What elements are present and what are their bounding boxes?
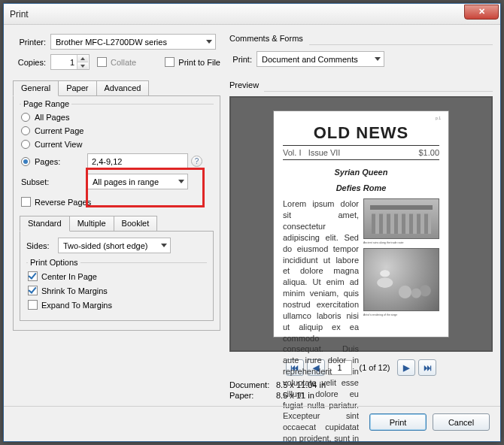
- pages-input[interactable]: [87, 153, 188, 169]
- close-button[interactable]: ✕: [464, 5, 499, 20]
- comments-forms-legend: Comments & Forms: [229, 34, 493, 43]
- radio-current-view[interactable]: Current View: [21, 140, 82, 149]
- tab-standard[interactable]: Standard: [20, 216, 70, 232]
- layout-tabs: Standard Multiple Booklet: [20, 216, 214, 231]
- printer-label: Printer:: [13, 38, 46, 47]
- comments-print-value: Document and Comments: [262, 55, 358, 64]
- chevron-down-icon: [80, 65, 85, 68]
- checkbox-icon: [21, 197, 31, 207]
- radio-icon: [21, 140, 30, 149]
- radio-all-pages[interactable]: All Pages: [21, 113, 69, 122]
- chevron-down-icon: [178, 180, 184, 183]
- radio-current-page[interactable]: Current Page: [21, 126, 83, 135]
- printer-select-value: Brother MFC-L2700DW series: [56, 38, 167, 47]
- close-icon: ✕: [478, 7, 485, 16]
- radio-icon: [21, 126, 30, 135]
- checkbox-icon: [28, 286, 38, 295]
- preview-masthead: OLD NEWS: [283, 123, 439, 143]
- help-icon[interactable]: ?: [191, 156, 202, 167]
- reverse-pages-checkbox[interactable]: Reverse Pages: [21, 197, 91, 207]
- titlebar: Print ✕: [4, 4, 500, 25]
- tab-paper[interactable]: Paper: [58, 80, 96, 95]
- tab-multiple[interactable]: Multiple: [69, 216, 114, 231]
- subset-value: All pages in range: [93, 177, 159, 186]
- preview-headline: Syrian Queen Defies Rome: [283, 163, 439, 194]
- preview-page: p.1 OLD NEWS Vol. I Issue VII$1.00 Syria…: [274, 111, 448, 337]
- doc-size-label: Document:: [229, 380, 276, 389]
- radio-icon: [21, 157, 30, 166]
- print-to-file-label: Print to File: [178, 58, 220, 67]
- preview-image-ruins: [363, 198, 439, 239]
- checkbox-icon: [28, 271, 38, 281]
- copies-down-button[interactable]: [77, 62, 88, 69]
- printer-select[interactable]: Brother MFC-L2700DW series: [50, 34, 216, 50]
- subset-select[interactable]: All pages in range: [87, 174, 188, 189]
- checkbox-icon: [28, 300, 38, 310]
- expand-to-margins-checkbox[interactable]: Expand To Margins: [28, 300, 112, 310]
- window-title: Print: [10, 9, 464, 20]
- comments-print-label: Print:: [229, 55, 252, 64]
- copies-spinner[interactable]: [50, 54, 90, 70]
- radio-pages[interactable]: Pages:: [21, 157, 87, 166]
- main-tabs: General Paper Advanced: [13, 80, 220, 95]
- sides-label: Sides:: [26, 241, 53, 250]
- shrink-to-margins-checkbox[interactable]: Shrink To Margins: [28, 286, 108, 295]
- collate-label: Collate: [111, 58, 136, 67]
- page-range-group: Page Range All Pages Current Page Curren…: [20, 99, 214, 194]
- copies-input[interactable]: [51, 55, 77, 69]
- preview-area: p.1 OLD NEWS Vol. I Issue VII$1.00 Syria…: [229, 96, 493, 352]
- comments-print-select[interactable]: Document and Comments: [257, 51, 384, 67]
- collate-checkbox[interactable]: Collate: [97, 57, 136, 67]
- copies-up-button[interactable]: [77, 55, 88, 62]
- paper-size-label: Paper:: [229, 391, 276, 400]
- print-button[interactable]: Print: [369, 413, 427, 431]
- checkbox-icon: [165, 57, 175, 67]
- chevron-up-icon: [80, 57, 85, 60]
- print-to-file-checkbox[interactable]: Print to File: [165, 57, 220, 67]
- chevron-down-icon: [206, 40, 212, 44]
- subset-label: Subset:: [21, 177, 87, 186]
- sides-select[interactable]: Two-sided (short edge): [58, 238, 171, 253]
- general-panel: Page Range All Pages Current Page Curren…: [13, 95, 220, 331]
- tab-general[interactable]: General: [13, 80, 59, 96]
- preview-legend: Preview: [229, 80, 493, 89]
- chevron-down-icon: [161, 244, 167, 247]
- print-dialog: Print ✕ Printer: Brother MFC-L2700DW ser…: [3, 3, 501, 442]
- reverse-pages-label: Reverse Pages: [35, 198, 91, 207]
- page-range-legend: Page Range: [21, 99, 71, 108]
- cancel-button[interactable]: Cancel: [433, 413, 490, 431]
- sides-value: Two-sided (short edge): [63, 241, 148, 250]
- print-options-group: Print Options Center In Page Shrink To M…: [26, 258, 207, 311]
- tab-booklet[interactable]: Booklet: [114, 216, 158, 231]
- tab-advanced[interactable]: Advanced: [96, 80, 150, 95]
- checkbox-icon: [97, 57, 107, 67]
- print-options-legend: Print Options: [28, 258, 80, 267]
- chevron-down-icon: [375, 57, 381, 61]
- preview-page-number: p.1: [436, 116, 441, 120]
- preview-image-battle: [363, 248, 439, 311]
- standard-panel: Sides: Two-sided (short edge) Print Opti…: [20, 231, 214, 321]
- copies-label: Copies:: [13, 58, 46, 67]
- center-in-page-checkbox[interactable]: Center In Page: [28, 271, 97, 281]
- radio-icon: [21, 113, 30, 122]
